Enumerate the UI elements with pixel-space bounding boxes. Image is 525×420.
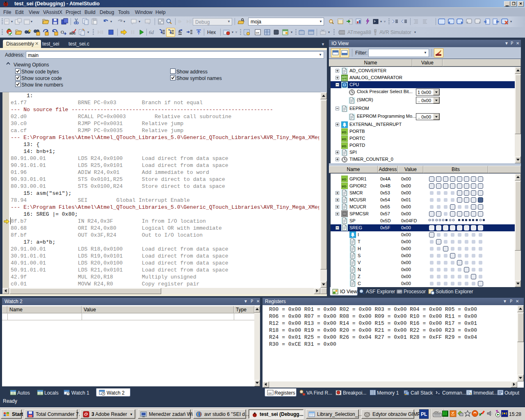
- svg-text:ox: ox: [256, 31, 259, 34]
- svg-text:6d: 6d: [149, 30, 154, 35]
- svg-text:O: O: [61, 30, 64, 34]
- svg-text:ox: ox: [268, 391, 272, 395]
